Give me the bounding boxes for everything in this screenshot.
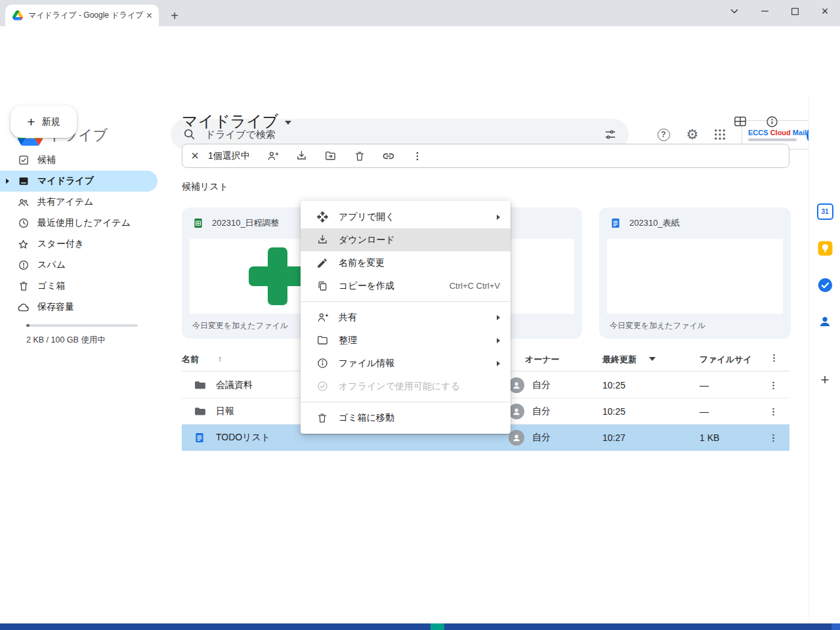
sheets-logo-thumbnail [249,247,306,305]
row-kebab-icon[interactable] [768,372,779,398]
sidebar-item-shared[interactable]: 共有アイテム [0,192,158,213]
star-icon [16,238,30,251]
file-owner: 自分 [532,425,551,451]
menu-item-label: コピーを作成 [339,280,394,292]
file-size: — [700,372,709,398]
folder-icon [316,334,329,346]
folder-icon [194,372,207,398]
move-to-folder-icon[interactable] [323,148,339,164]
sort-ascending-icon[interactable]: ↑ [218,354,222,364]
taskbar-edge [0,623,840,630]
add-addon-plus-icon[interactable]: + [816,371,833,388]
copy-link-icon[interactable] [381,148,396,164]
folder-icon [194,398,207,425]
new-button[interactable]: + 新規 [10,106,77,138]
page-title-text: マイドライブ [182,111,278,132]
trash-icon[interactable] [352,148,368,164]
selection-toolbar: × 1個選択中 [182,144,789,168]
layout-toggle-icon[interactable] [732,113,749,130]
sidebar-item-recent[interactable]: 最近使用したアイテム [0,213,158,234]
new-button-label: 新規 [42,116,60,128]
docs-file-icon [610,217,621,229]
tab-close-icon[interactable]: × [146,10,152,21]
google-apps-grid-icon[interactable] [711,126,728,143]
submenu-arrow-icon [497,338,500,343]
share-person-add-icon [316,311,329,324]
window-maximize-button[interactable] [780,0,810,22]
tab-search-chevron-icon[interactable] [719,0,749,22]
my-drive-icon [16,175,30,187]
trash-icon [316,412,329,424]
title-dropdown-caret-icon[interactable] [285,121,291,125]
column-owner[interactable]: オーナー [525,354,560,366]
copy-icon [316,280,329,292]
search-options-tune-icon[interactable] [604,128,617,141]
clear-selection-icon[interactable]: × [187,148,203,163]
menu-item-label: 名前を変更 [339,257,385,269]
more-actions-kebab-icon[interactable] [410,148,425,164]
download-icon[interactable] [294,148,310,164]
tab-title: マイドライブ - Google ドライブ [28,10,146,21]
browser-tab-strip: マイドライブ - Google ドライブ × + × [0,0,840,26]
file-name: TODOリスト [216,425,270,451]
submenu-arrow-icon [497,315,500,320]
settings-gear-icon[interactable]: ⚙ [684,126,701,143]
sidebar-item-trash[interactable]: ゴミ箱 [0,276,158,297]
tasks-icon[interactable] [816,276,833,293]
expand-caret-icon[interactable] [6,178,9,184]
sidebar-item-label: マイドライブ [37,175,94,187]
sidebar-item-label: 最近使用したアイテム [37,217,131,229]
docs-file-icon [194,425,205,451]
card-thumbnail [607,239,783,314]
file-modified: 10:25 [602,398,625,425]
column-name[interactable]: 名前 [182,354,199,366]
file-modified: 10:25 [602,372,625,398]
keep-icon[interactable] [816,240,833,257]
contacts-icon[interactable] [816,313,833,330]
menu-item-label: アプリで開く [339,211,395,223]
menu-item-rename[interactable]: 名前を変更 [301,251,511,274]
column-size[interactable]: ファイルサイ [700,354,752,366]
window-minimize-button[interactable] [749,0,780,22]
menu-item-make-copy[interactable]: コピーを作成 Ctrl+C Ctrl+V [301,274,511,297]
owner-avatar [509,398,524,425]
menu-item-move-to-trash[interactable]: ゴミ箱に移動 [301,406,511,429]
new-tab-button[interactable]: + [167,9,182,23]
menu-item-share[interactable]: 共有 [301,306,511,329]
sort-descending-caret-icon[interactable] [649,357,656,361]
menu-item-label: オフラインで使用可能にする [339,381,460,392]
browser-tab[interactable]: マイドライブ - Google ドライブ × [5,5,159,26]
menu-item-file-info[interactable]: ファイル情報 [301,352,511,375]
column-modified[interactable]: 最終更新 [602,354,637,366]
row-kebab-icon[interactable] [768,425,779,451]
details-info-icon[interactable] [763,113,780,130]
open-with-icon [316,211,329,223]
submenu-arrow-icon [497,215,500,220]
menu-item-download[interactable]: ダウンロード [301,228,511,251]
submenu-arrow-icon [497,361,500,366]
window-close-button[interactable]: × [810,0,840,22]
page-title[interactable]: マイドライブ [182,111,291,132]
sidebar-item-spam[interactable]: スパム [0,255,158,276]
menu-item-label: 共有 [339,312,357,324]
offline-check-icon [316,380,329,392]
share-person-add-icon[interactable] [265,148,281,164]
menu-item-label: ダウンロード [339,234,395,246]
help-icon[interactable]: ? [655,126,672,143]
calendar-icon[interactable]: 31 [816,203,833,220]
pencil-icon [316,257,329,269]
sidebar-item-my-drive[interactable]: マイドライブ [0,171,158,192]
browser-toolbar: drive.google.com/drive/my-drive U [0,26,840,58]
row-kebab-icon[interactable] [768,398,779,425]
header-kebab-icon[interactable] [768,352,780,364]
sidebar-item-suggested[interactable]: 候補 [0,150,158,171]
owner-avatar [509,425,524,451]
menu-item-open-with[interactable]: アプリで開く [301,205,511,228]
sidebar-item-starred[interactable]: スター付き [0,234,158,255]
storage-progress-bar [26,324,138,327]
sidebar-item-storage[interactable]: 保存容量 [0,297,158,318]
menu-item-organize[interactable]: 整理 [301,329,511,352]
suggested-card-doc[interactable]: 202310_表紙 今日変更を加えたファイル [599,207,791,339]
sheets-file-icon [192,217,204,229]
trash-icon [16,280,30,292]
